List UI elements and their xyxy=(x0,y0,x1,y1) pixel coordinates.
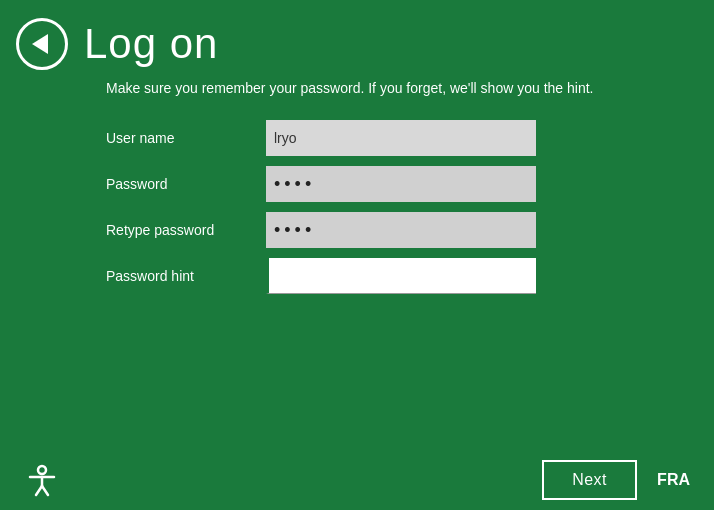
password-hint-label: Password hint xyxy=(106,268,266,284)
svg-line-3 xyxy=(36,486,42,495)
retype-password-input[interactable] xyxy=(266,212,536,248)
footer-right: Next FRA xyxy=(542,460,690,500)
password-row: Password xyxy=(106,166,608,202)
page-header: Log on xyxy=(0,0,714,80)
form-content: Make sure you remember your password. If… xyxy=(0,80,714,294)
back-button[interactable] xyxy=(16,18,68,70)
password-hint-row: Password hint xyxy=(106,258,608,294)
back-arrow-icon xyxy=(32,34,48,54)
language-label: FRA xyxy=(657,471,690,489)
username-label: User name xyxy=(106,130,266,146)
password-label: Password xyxy=(106,176,266,192)
page-footer: Next FRA xyxy=(0,450,714,510)
description-text: Make sure you remember your password. If… xyxy=(106,80,608,96)
page-title: Log on xyxy=(84,20,218,68)
accessibility-icon xyxy=(24,462,60,498)
retype-password-label: Retype password xyxy=(106,222,266,238)
retype-password-row: Retype password xyxy=(106,212,608,248)
password-hint-input[interactable] xyxy=(266,258,536,294)
accessibility-button[interactable] xyxy=(24,462,60,498)
username-row: User name xyxy=(106,120,608,156)
svg-point-0 xyxy=(38,466,46,474)
next-button[interactable]: Next xyxy=(542,460,637,500)
username-input[interactable] xyxy=(266,120,536,156)
svg-line-4 xyxy=(42,486,48,495)
password-input[interactable] xyxy=(266,166,536,202)
